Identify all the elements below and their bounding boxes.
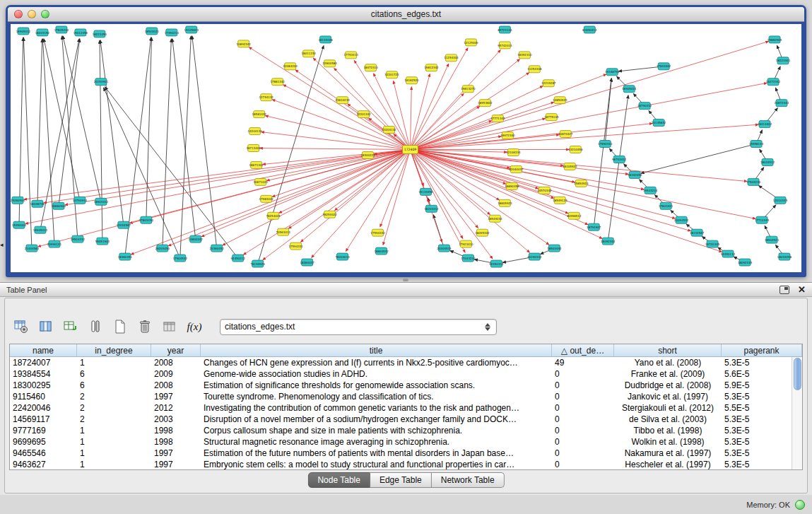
graph-node[interactable]: 19812342: [424, 64, 439, 71]
graph-node[interactable]: 17594331: [288, 243, 303, 250]
table-import-icon[interactable]: [61, 317, 80, 336]
graph-node[interactable]: 12754132: [259, 94, 274, 101]
graph-node[interactable]: 22084204: [283, 63, 298, 70]
graph-node[interactable]: 18790312: [637, 103, 652, 110]
graph-node[interactable]: 18092344: [601, 238, 616, 245]
graph-node[interactable]: 12219287: [541, 80, 556, 87]
table-row[interactable]: 911546021997Tourette syndrome. Phenomeno…: [10, 391, 792, 402]
graph-node[interactable]: 17983442: [259, 195, 274, 202]
graph-node[interactable]: 17803421: [659, 202, 673, 209]
graph-node[interactable]: 18581032: [252, 111, 267, 118]
column-header-title[interactable]: title: [201, 344, 552, 356]
graph-node[interactable]: 18034512: [760, 158, 775, 165]
graph-node[interactable]: 20145632: [652, 119, 666, 127]
graph-node[interactable]: 76254022: [322, 211, 337, 218]
graph-node[interactable]: 18904521: [765, 236, 779, 243]
graph-node[interactable]: 17710345: [755, 216, 770, 223]
graph-node[interactable]: 17881342: [271, 78, 286, 86]
graph-node[interactable]: 11254304: [444, 54, 459, 62]
graph-node[interactable]: 18011234: [301, 50, 316, 57]
graph-node[interactable]: 18671302: [249, 161, 264, 168]
column-header-pagerank[interactable]: pagerank: [722, 344, 802, 356]
graph-node[interactable]: 10892342: [237, 40, 252, 47]
graph-node[interactable]: 17923410: [459, 240, 473, 247]
graph-node[interactable]: 18203412: [424, 205, 439, 212]
table-row[interactable]: 1830029562008Estimation of significance …: [10, 380, 792, 391]
column-header-name[interactable]: name: [10, 344, 77, 356]
graph-node[interactable]: 16105923: [563, 163, 577, 170]
graph-node[interactable]: 76204013: [335, 253, 350, 260]
vertical-scrollbar[interactable]: [792, 357, 802, 469]
graph-node[interactable]: 18472310: [363, 64, 378, 71]
graph-node[interactable]: 36713402: [247, 145, 261, 152]
column-header-out_de[interactable]: △ out_de…: [552, 344, 614, 356]
table-settings-icon[interactable]: [12, 317, 30, 336]
graph-node[interactable]: 18953822: [478, 100, 493, 107]
graph-node[interactable]: 15854923: [574, 180, 589, 187]
graph-node[interactable]: 19012456: [73, 29, 88, 36]
graph-node[interactable]: 19105623: [184, 26, 199, 33]
graph-node[interactable]: 14850923: [553, 97, 567, 104]
graph-node[interactable]: 17771342: [490, 115, 505, 122]
graph-node[interactable]: 16905413: [33, 226, 48, 233]
graph-node[interactable]: 18503021: [145, 28, 160, 35]
graph-node[interactable]: 16492310: [517, 52, 532, 59]
graph-node[interactable]: 20304515: [437, 245, 452, 252]
graph-node[interactable]: 19613270: [461, 86, 476, 93]
graph-node[interactable]: 21004563: [25, 245, 40, 252]
graph-node[interactable]: 76254021: [266, 212, 281, 219]
column-header-in_degree[interactable]: in_degree: [77, 344, 151, 356]
graph-node[interactable]: 13210456: [568, 146, 583, 153]
table-row[interactable]: 1938455462009Genome-wide association stu…: [10, 368, 792, 380]
graph-node[interactable]: 16413402: [758, 121, 772, 128]
table-gray-icon[interactable]: [160, 317, 179, 336]
table-row[interactable]: 1456911722003Disruption of a novel membe…: [10, 414, 792, 425]
graph-node[interactable]: 18605923: [498, 199, 512, 206]
graph-node[interactable]: 20872344: [775, 100, 789, 107]
graph-node[interactable]: 19448794: [605, 69, 620, 76]
new-document-icon[interactable]: [111, 317, 129, 336]
graph-node[interactable]: 16804532: [374, 247, 389, 255]
graph-node[interactable]: 18300221: [360, 151, 375, 158]
graph-node[interactable]: 59051903: [95, 238, 110, 245]
column-header-short[interactable]: short: [614, 344, 722, 356]
graph-node[interactable]: 18503492: [547, 245, 562, 252]
graph-node[interactable]: 12125409: [464, 39, 478, 46]
table-row[interactable]: 1872400712008Changes of HCN gene express…: [10, 357, 792, 368]
graph-node[interactable]: 16972340: [500, 132, 515, 139]
graph-node[interactable]: 18134028: [318, 36, 333, 43]
graph-node[interactable]: 76194929: [251, 260, 266, 267]
graph-node[interactable]: 19860905: [767, 36, 782, 43]
graph-node[interactable]: 20360452: [210, 245, 225, 252]
graph-node[interactable]: 17692310: [598, 141, 613, 148]
graph-node[interactable]: 92450312: [489, 260, 504, 267]
table-columns-icon[interactable]: [37, 317, 55, 336]
float-panel-icon[interactable]: [779, 286, 789, 294]
graph-node[interactable]: 17504230: [746, 178, 761, 185]
graph-node[interactable]: 18903412: [94, 198, 109, 205]
memory-ok-icon[interactable]: [795, 500, 805, 510]
graph-node[interactable]: 18046736: [30, 200, 45, 207]
graph-node[interactable]: 16162520: [404, 77, 419, 84]
graph-node[interactable]: 16549234: [488, 215, 502, 222]
graph-node[interactable]: 14600342: [189, 235, 204, 243]
delete-trash-icon[interactable]: [136, 317, 154, 336]
graph-node[interactable]: 23610234: [335, 97, 350, 104]
graph-node[interactable]: 17390214: [165, 29, 180, 36]
graph-node[interactable]: 16720345: [705, 240, 720, 247]
graph-node[interactable]: 32201342: [356, 111, 371, 118]
graph-node[interactable]: 11254308: [527, 66, 542, 73]
graph-node[interactable]: 22040037: [509, 165, 524, 173]
graph-node[interactable]: 20190342: [527, 253, 542, 260]
splitter-handle[interactable]: [400, 278, 411, 281]
tab-network-table[interactable]: Network Table: [432, 472, 505, 488]
graph-node[interactable]: 15134454: [418, 188, 433, 195]
graph-node[interactable]: 26203450: [155, 245, 170, 252]
graph-node[interactable]: 20094532: [674, 216, 689, 223]
graph-node[interactable]: 18223401: [776, 57, 791, 64]
graph-node[interactable]: 17803450: [139, 216, 154, 223]
graph-node[interactable]: 17805234: [54, 26, 69, 33]
graph-node[interactable]: 18342056: [628, 171, 642, 178]
graph-node[interactable]: 18360451: [118, 253, 133, 260]
graph-node[interactable]: 25260504: [11, 197, 25, 204]
